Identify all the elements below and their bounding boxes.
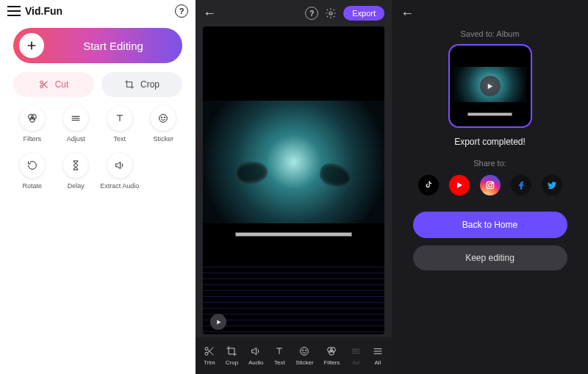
tool-filters[interactable]: Filters — [10, 106, 54, 143]
plus-icon — [19, 33, 44, 58]
video-preview[interactable] — [203, 26, 384, 334]
export-header: ← — [392, 0, 588, 26]
svg-point-13 — [306, 350, 306, 350]
share-facebook-icon[interactable] — [511, 175, 531, 195]
delay-icon — [63, 153, 88, 178]
saved-to-label: Saved to: Album — [460, 29, 519, 38]
svg-point-8 — [329, 12, 332, 15]
toolbar-audio-label: Audio — [248, 359, 263, 366]
svg-point-19 — [492, 183, 492, 184]
share-to-label: Share to: — [473, 159, 506, 168]
toolbar-trim-label: Trim — [204, 359, 215, 366]
toolbar-adjust[interactable]: Ad — [350, 345, 362, 366]
tool-grid: Filters Adjust Text Sticker Rotate Delay… — [0, 106, 196, 190]
svg-point-0 — [40, 81, 43, 84]
toolbar-audio[interactable]: Audio — [248, 345, 263, 366]
svg-point-6 — [162, 117, 162, 118]
extract-audio-icon — [107, 153, 132, 178]
help-icon[interactable]: ? — [175, 4, 188, 18]
start-editing-button[interactable]: Start Editing — [13, 28, 182, 63]
svg-point-15 — [331, 348, 336, 353]
share-row — [418, 175, 562, 195]
keep-editing-button[interactable]: Keep editing — [413, 245, 567, 270]
menu-icon[interactable] — [7, 6, 21, 16]
tool-extract-audio[interactable]: Extract Audio — [98, 153, 142, 190]
adjust-icon — [63, 106, 88, 131]
scene-element — [318, 161, 354, 189]
export-thumbnail[interactable] — [448, 44, 532, 128]
toolbar-sticker-label: Sticker — [295, 359, 313, 366]
toolbar-text-label: Text — [274, 359, 285, 366]
video-frame — [203, 101, 384, 224]
export-completed-label: Export completed! — [454, 137, 526, 147]
toolbar-filters-label: Filters — [323, 359, 340, 366]
rotate-icon — [20, 153, 45, 178]
tool-delay-label: Delay — [68, 182, 85, 190]
editor-header: ← ? Export — [196, 0, 392, 26]
play-button[interactable] — [210, 314, 226, 330]
tool-delay[interactable]: Delay — [54, 153, 98, 190]
scene-scrubber — [235, 232, 351, 237]
toolbar-sticker[interactable]: Sticker — [295, 345, 313, 366]
home-header: Vid.Fun ? — [0, 0, 196, 22]
back-icon[interactable]: ← — [401, 6, 414, 21]
svg-point-3 — [31, 115, 36, 120]
svg-point-10 — [205, 352, 208, 355]
start-editing-label: Start Editing — [44, 40, 182, 52]
scissors-icon — [39, 79, 49, 90]
tool-adjust[interactable]: Adjust — [54, 106, 98, 143]
svg-point-12 — [303, 350, 304, 350]
back-to-home-button[interactable]: Back to Home — [413, 212, 567, 238]
toolbar-trim[interactable]: Trim — [204, 345, 215, 366]
export-panel: ← Saved to: Album Export completed! Shar… — [392, 0, 588, 374]
svg-point-7 — [165, 117, 165, 118]
toolbar-filters[interactable]: Filters — [323, 345, 340, 366]
home-panel: Vid.Fun ? Start Editing Cut Crop Filters — [0, 0, 196, 374]
thumbnail-scrubber — [467, 112, 513, 116]
toolbar-text[interactable]: Text — [273, 345, 285, 366]
svg-point-18 — [488, 184, 492, 187]
thumbnail-play-icon — [480, 76, 501, 96]
share-instagram-icon[interactable] — [480, 175, 501, 195]
tool-rotate[interactable]: Rotate — [10, 153, 54, 190]
cut-crop-row: Cut Crop — [0, 72, 196, 106]
toolbar-crop[interactable]: Crop — [226, 345, 238, 366]
tool-adjust-label: Adjust — [67, 135, 85, 143]
sticker-icon — [151, 106, 176, 131]
crop-button[interactable]: Crop — [101, 72, 182, 97]
scene-element — [234, 159, 270, 187]
svg-point-9 — [205, 348, 208, 350]
tool-extract-audio-label: Extract Audio — [100, 182, 139, 190]
toolbar-crop-label: Crop — [226, 359, 238, 366]
tool-sticker[interactable]: Sticker — [142, 106, 186, 143]
tool-filters-label: Filters — [24, 135, 42, 143]
cut-button[interactable]: Cut — [13, 72, 94, 97]
toolbar-all[interactable]: All — [372, 345, 384, 366]
svg-point-11 — [301, 348, 309, 356]
help-icon[interactable]: ? — [305, 7, 318, 20]
share-youtube-icon[interactable] — [449, 175, 470, 195]
tool-text-label: Text — [113, 135, 126, 143]
editor-toolbar: Trim Crop Audio Text Sticker Filters Ad — [196, 337, 392, 374]
crop-label: Crop — [140, 79, 159, 90]
cut-label: Cut — [55, 79, 69, 90]
filters-icon — [20, 106, 45, 131]
timeline-noise — [203, 267, 384, 334]
tool-sticker-label: Sticker — [153, 135, 173, 143]
crop-icon — [124, 79, 135, 90]
svg-point-1 — [40, 85, 43, 88]
settings-icon[interactable] — [324, 7, 337, 20]
share-tiktok-icon[interactable] — [418, 175, 439, 195]
editor-panel: ← ? Export Trim Crop Audio Tex — [196, 0, 392, 374]
share-twitter-icon[interactable] — [542, 175, 562, 195]
export-button[interactable]: Export — [343, 6, 384, 21]
tool-rotate-label: Rotate — [22, 182, 42, 190]
toolbar-adjust-label: Ad — [352, 359, 359, 366]
toolbar-all-label: All — [375, 359, 381, 366]
app-title: Vid.Fun — [25, 5, 62, 17]
svg-point-5 — [159, 115, 168, 123]
svg-point-16 — [329, 350, 334, 356]
back-icon[interactable]: ← — [203, 6, 216, 21]
tool-text[interactable]: Text — [98, 106, 142, 143]
svg-point-4 — [29, 118, 35, 123]
